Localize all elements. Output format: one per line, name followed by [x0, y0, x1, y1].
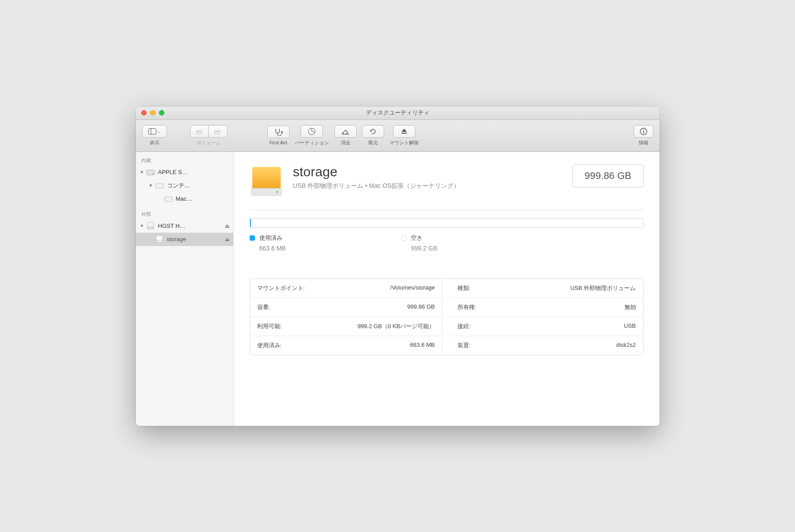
svg-text:+: + [202, 128, 203, 132]
svg-rect-14 [155, 183, 163, 188]
details-left-column: マウントポイント:/Volumes/storage 容量:999.86 GB 利… [250, 279, 443, 355]
details-table: マウントポイント:/Volumes/storage 容量:999.86 GB 利… [250, 278, 644, 355]
detail-row: マウントポイント:/Volumes/storage [250, 279, 443, 298]
legend-dot-free [401, 235, 406, 241]
detail-row: 所有権:無効 [450, 298, 643, 317]
toolbar: ⌵ 表示 + − ボリューム First Aid [136, 120, 660, 152]
remove-volume-button[interactable]: − [209, 125, 227, 138]
capacity-badge: 999.86 GB [572, 164, 643, 187]
partition-label: パーティション [295, 139, 329, 146]
sidebar-item-label: APPLE S… [158, 169, 230, 175]
detail-row: 接続:USB [450, 317, 643, 336]
legend-free-label: 空き [411, 234, 437, 242]
svg-rect-19 [156, 240, 163, 242]
hdd-icon [146, 167, 155, 177]
detail-row: 使用済み:663.6 MB [250, 336, 443, 355]
close-button[interactable] [141, 110, 147, 115]
sidebar-item-label: HGST H… [158, 222, 225, 229]
usage-bar [250, 218, 644, 228]
sidebar-section-external: 外部 [136, 209, 233, 219]
erase-button[interactable] [334, 125, 357, 138]
info-button[interactable] [634, 125, 653, 138]
main-content: storage USB 外部物理ボリューム • Mac OS拡張（ジャーナリング… [234, 152, 660, 426]
partition-button[interactable] [301, 125, 323, 138]
svg-text:−: − [220, 128, 222, 132]
sidebar-item-mac[interactable]: Mac… [136, 192, 233, 206]
eject-icon[interactable]: ⏏ [225, 223, 230, 229]
zoom-button[interactable] [159, 110, 164, 115]
separator [250, 210, 644, 210]
sidebar-item-hgst[interactable]: ▼ HGST H… ⏏ [136, 219, 233, 233]
usage-bar-used [250, 218, 251, 227]
hdd-icon [155, 181, 164, 191]
svg-rect-12 [147, 170, 155, 175]
disk-utility-window: ディスクユーティリティ ⌵ 表示 + − ボリューム [136, 107, 660, 426]
disk-plus-icon: + [195, 128, 203, 135]
titlebar: ディスクユーティリティ [136, 107, 660, 120]
usage-legend: 使用済み 663.6 MB 空き 999.2 GB [250, 234, 644, 252]
sidebar-item-container[interactable]: ▼ コンテ… [136, 179, 233, 192]
detail-row: 装置:disk2s2 [450, 336, 643, 355]
first-aid-label: First Aid [270, 140, 287, 145]
first-aid-button[interactable] [267, 126, 290, 138]
stethoscope-icon [274, 128, 283, 136]
legend-dot-used [250, 235, 255, 241]
svg-rect-20 [252, 167, 281, 189]
info-icon [640, 127, 648, 135]
svg-point-10 [643, 129, 644, 130]
traffic-lights [136, 110, 164, 115]
restore-label: 復元 [368, 139, 378, 146]
sidebar-item-label: storage [167, 236, 225, 242]
legend-used-value: 663.6 MB [259, 245, 286, 252]
sidebar-item-storage[interactable]: storage ⏏ [136, 233, 233, 246]
view-label: 表示 [150, 139, 159, 146]
info-label: 情報 [639, 139, 648, 146]
svg-point-22 [276, 191, 278, 193]
add-volume-button[interactable]: + [190, 125, 209, 138]
svg-rect-0 [149, 128, 156, 134]
svg-rect-5 [215, 131, 220, 134]
detail-row: 利用可能:999.2 GB（0 KBパージ可能） [250, 317, 443, 336]
svg-rect-11 [643, 131, 644, 133]
external-drive-icon [146, 221, 155, 231]
disclosure-icon[interactable]: ▼ [147, 183, 155, 188]
legend-free-value: 999.2 GB [411, 245, 437, 252]
window-title: ディスクユーティリティ [136, 109, 660, 117]
view-button[interactable]: ⌵ [142, 125, 167, 138]
disclosure-icon[interactable]: ▼ [139, 223, 146, 228]
details-right-column: 種類:USB 外部物理ボリューム 所有権:無効 接続:USB 装置:disk2s… [450, 279, 643, 355]
sidebar-icon [148, 128, 156, 135]
restore-icon [369, 127, 377, 135]
eject-icon[interactable]: ⏏ [225, 236, 230, 242]
volume-name: storage [293, 164, 573, 179]
disk-minus-icon: − [214, 128, 222, 135]
unmount-button[interactable] [393, 125, 415, 138]
svg-rect-15 [164, 197, 172, 202]
detail-row: 種類:USB 外部物理ボリューム [450, 279, 643, 298]
legend-used-label: 使用済み [259, 234, 286, 242]
sidebar-section-internal: 内蔵 [136, 155, 233, 166]
hdd-icon [163, 194, 173, 204]
eject-icon [401, 128, 408, 135]
pie-icon [308, 127, 316, 135]
svg-point-13 [152, 173, 153, 174]
svg-rect-2 [196, 131, 202, 134]
sidebar: 内蔵 ▼ APPLE S… ▼ コンテ… Mac… 外部 ▼ HGST H… ⏏ [136, 152, 234, 426]
sidebar-item-label: コンテ… [167, 182, 230, 190]
restore-button[interactable] [362, 125, 384, 138]
volume-icon [250, 164, 283, 198]
detail-row: 容量:999.86 GB [250, 298, 443, 317]
erase-label: 消去 [341, 139, 350, 146]
svg-rect-17 [147, 227, 154, 229]
unmount-label: マウント解除 [390, 139, 419, 146]
sidebar-item-label: Mac… [176, 195, 230, 202]
volume-subtitle: USB 外部物理ボリューム • Mac OS拡張（ジャーナリング） [293, 182, 573, 190]
volume-label: ボリューム [196, 139, 221, 146]
eraser-icon [341, 128, 350, 135]
external-drive-icon [155, 234, 164, 244]
minimize-button[interactable] [150, 110, 155, 115]
sidebar-item-apple-ssd[interactable]: ▼ APPLE S… [136, 166, 233, 179]
disclosure-icon[interactable]: ▼ [139, 170, 146, 175]
